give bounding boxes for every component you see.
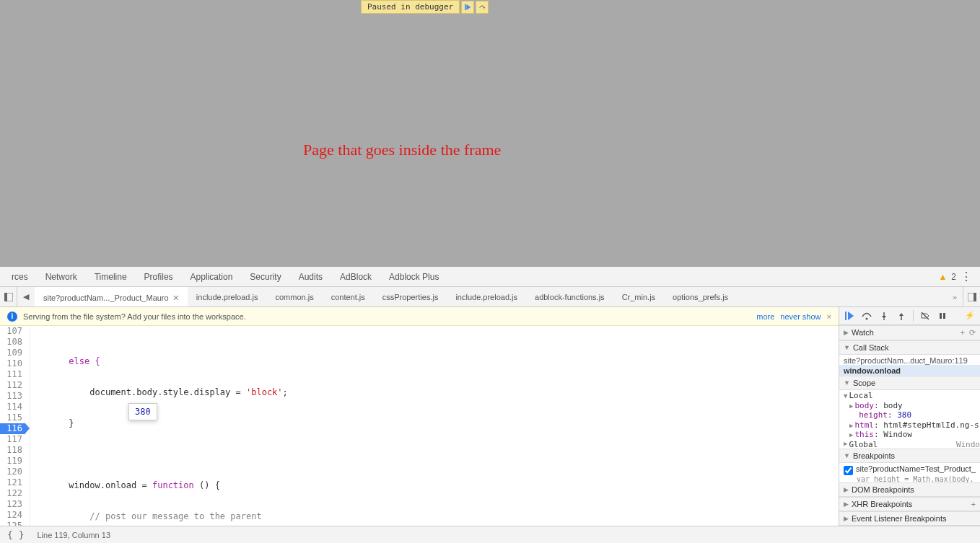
status-bar: { } Line 119, Column 13: [0, 526, 980, 543]
paused-label: Paused in debugger: [361, 0, 460, 14]
devtools-tabs: rces Network Timeline Profiles Applicati…: [0, 267, 980, 287]
svg-marker-1: [467, 4, 471, 10]
file-tab[interactable]: common.js: [266, 287, 322, 306]
svg-point-13: [901, 319, 902, 320]
breakpoint-item[interactable]: site?productName=Test_Product_: [839, 463, 980, 475]
tab-application[interactable]: Application: [182, 267, 242, 286]
svg-point-11: [883, 319, 885, 320]
navigator-toggle-icon[interactable]: [0, 287, 17, 306]
file-tab[interactable]: include.preload.js: [447, 287, 526, 306]
async-icon[interactable]: ⚡: [963, 309, 977, 323]
call-frame-selected[interactable]: window.onload: [839, 365, 980, 376]
watch-section[interactable]: ▶Watch +⟳: [839, 325, 980, 340]
scope-local[interactable]: ▼Local: [839, 390, 980, 399]
scope-global[interactable]: ▶GlobalWindo: [839, 439, 980, 449]
file-tab[interactable]: Cr_min.js: [613, 287, 664, 306]
tab-timeline[interactable]: Timeline: [86, 267, 136, 286]
page-message: Page that goes inside the frame: [303, 141, 501, 159]
scope-var[interactable]: ▶html: html#stepHtmlId.ng-s: [839, 420, 980, 429]
file-tab-active[interactable]: site?productNam..._Product_Mauro ×: [35, 287, 188, 306]
code-editor[interactable]: 107108109110111112113114115 116 11711811…: [0, 326, 839, 526]
paused-banner: Paused in debugger: [361, 0, 489, 14]
breakpoint-checkbox[interactable]: [844, 466, 853, 475]
warning-count: 2: [951, 272, 956, 282]
tab-sources[interactable]: rces: [3, 267, 37, 286]
pause-exceptions-icon[interactable]: [935, 309, 950, 323]
callstack-section[interactable]: ▼Call Stack: [839, 340, 980, 355]
resume-icon[interactable]: [842, 309, 857, 323]
svg-point-9: [866, 317, 868, 319]
file-tab-label: site?productNam..._Product_Mauro: [43, 293, 169, 302]
workspace-info-bar: i Serving from the file system? Add your…: [0, 307, 839, 326]
warning-icon[interactable]: ▲: [938, 272, 947, 282]
add-icon[interactable]: +: [971, 500, 976, 508]
svg-rect-6: [974, 293, 976, 301]
info-text: Serving from the file system? Add your f…: [23, 312, 246, 321]
page-preview: Paused in debugger Page that goes inside…: [0, 0, 980, 267]
debugger-toolbar: ⚡: [839, 307, 980, 325]
pretty-print-icon[interactable]: { }: [7, 529, 24, 540]
scope-var[interactable]: ▶this: Window: [839, 429, 980, 438]
svg-rect-15: [940, 313, 942, 319]
more-icon[interactable]: ⋮: [961, 270, 971, 283]
add-watch-icon[interactable]: +: [961, 328, 965, 337]
cursor-position: Line 119, Column 13: [37, 531, 110, 539]
tab-audits[interactable]: Audits: [290, 267, 331, 286]
step-over-button[interactable]: [476, 1, 489, 14]
svg-rect-7: [845, 312, 846, 320]
file-tab[interactable]: options_prefs.js: [664, 287, 737, 306]
editor-pane: i Serving from the file system? Add your…: [0, 307, 839, 526]
overflow-icon[interactable]: »: [947, 293, 963, 301]
breakpoint-marker[interactable]: 116: [0, 423, 25, 434]
close-icon[interactable]: ×: [173, 292, 179, 304]
resume-button[interactable]: [461, 1, 474, 14]
debugger-sidebar: ⚡ ▶Watch +⟳ ▼Call Stack site?productNam.…: [839, 307, 980, 526]
info-never[interactable]: never show: [780, 312, 821, 321]
tab-adblock[interactable]: AdBlock: [331, 267, 380, 286]
xhr-breakpoints-section[interactable]: ▶XHR Breakpoints+: [839, 497, 980, 511]
debugger-toggle-icon[interactable]: [963, 287, 980, 306]
value-tooltip: 380: [128, 403, 157, 420]
svg-rect-0: [465, 4, 466, 10]
call-frame[interactable]: site?productNam...duct_Mauro:119: [839, 355, 980, 366]
file-tab[interactable]: adblock-functions.js: [526, 287, 613, 306]
scope-section[interactable]: ▼Scope: [839, 376, 980, 390]
deactivate-bp-icon[interactable]: [918, 309, 932, 323]
file-tab[interactable]: cssProperties.js: [374, 287, 447, 306]
svg-marker-12: [899, 313, 904, 316]
scope-var[interactable]: ▶body: body: [839, 400, 980, 410]
svg-marker-8: [848, 312, 854, 320]
scope-var[interactable]: height: 380: [839, 410, 980, 419]
tab-network[interactable]: Network: [37, 267, 86, 286]
tab-security[interactable]: Security: [241, 267, 289, 286]
close-icon[interactable]: ×: [827, 312, 831, 321]
step-into-icon[interactable]: [877, 309, 891, 323]
line-gutter[interactable]: 107108109110111112113114115 116 11711811…: [0, 326, 30, 526]
dom-breakpoints-section[interactable]: ▶DOM Breakpoints: [839, 482, 980, 497]
svg-rect-16: [943, 313, 945, 319]
info-more[interactable]: more: [756, 312, 774, 321]
breakpoints-section[interactable]: ▼Breakpoints: [839, 449, 980, 463]
tab-adblockplus[interactable]: Adblock Plus: [380, 267, 447, 286]
breakpoint-preview: var height = Math.max(body.: [839, 475, 980, 482]
code-lines[interactable]: 380 else { document.body.style.display =…: [30, 326, 839, 526]
file-tab[interactable]: content.js: [323, 287, 374, 306]
step-out-icon[interactable]: [894, 309, 909, 323]
info-icon: i: [7, 312, 17, 322]
file-tab[interactable]: include.preload.js: [188, 287, 267, 306]
tab-profiles[interactable]: Profiles: [136, 267, 182, 286]
refresh-icon[interactable]: ⟳: [969, 328, 976, 337]
event-listener-breakpoints-section[interactable]: ▶Event Listener Breakpoints: [839, 511, 980, 526]
svg-rect-4: [4, 293, 7, 301]
svg-marker-10: [882, 316, 886, 319]
source-bar: ◀ site?productNam..._Product_Mauro × inc…: [0, 287, 980, 307]
nav-back-icon[interactable]: ◀: [17, 287, 35, 306]
step-over-icon[interactable]: [859, 309, 874, 323]
